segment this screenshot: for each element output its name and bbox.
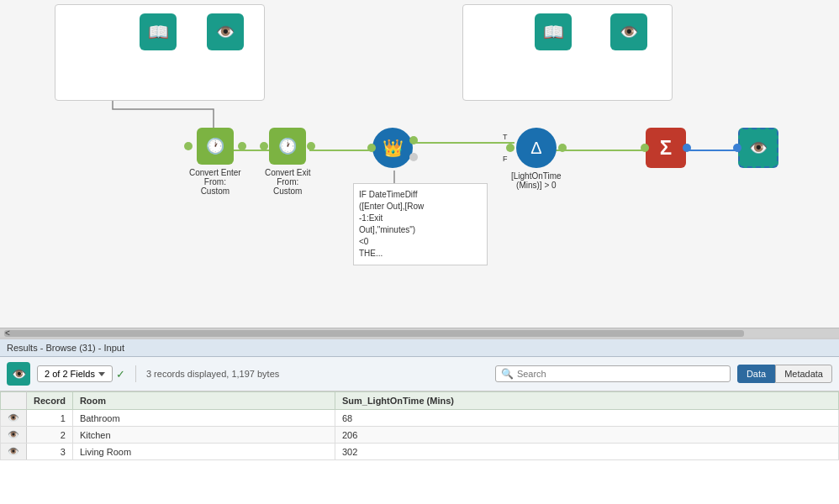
svg-text:T: T xyxy=(503,133,508,141)
book1-node[interactable]: 📖 xyxy=(140,13,177,50)
row-room: Living Room xyxy=(72,444,335,460)
results-title: Results - Browse (31) - Input xyxy=(7,343,124,353)
svg-text:F: F xyxy=(503,155,508,163)
convert-enter-node[interactable]: 🕐 Convert EnterFrom:Custom xyxy=(189,128,241,196)
book2-node[interactable]: 📖 xyxy=(535,13,572,50)
table-header-row: Record Room Sum_LightOnTime (Mins) xyxy=(1,392,839,410)
scroll-left-arrow[interactable]: < xyxy=(2,328,13,338)
results-table: Record Room Sum_LightOnTime (Mins) 👁️ 1 … xyxy=(0,391,839,460)
tab-data[interactable]: Data xyxy=(737,365,775,383)
fields-dropdown-button[interactable]: 2 of 2 Fields xyxy=(37,365,113,382)
canvas-horizontal-scrollbar[interactable]: < xyxy=(0,328,839,338)
row-num: 2 xyxy=(27,427,73,444)
table-row: 👁️ 3 Living Room 302 xyxy=(1,444,839,460)
table-row: 👁️ 1 Bathroom 68 xyxy=(1,410,839,427)
bino1-node[interactable]: 👁️ xyxy=(207,13,244,50)
row-room: Kitchen xyxy=(72,427,335,444)
scrollbar-thumb[interactable] xyxy=(4,330,744,337)
col-value-header: Sum_LightOnTime (Mins) xyxy=(335,392,838,410)
sum-node[interactable]: Σ xyxy=(646,128,686,168)
row-num: 1 xyxy=(27,410,73,427)
fields-label: 2 of 2 Fields xyxy=(45,369,95,379)
convert-exit-label: Convert ExitFrom:Custom xyxy=(265,168,310,196)
row-icon-cell: 👁️ xyxy=(1,410,27,427)
records-info: 3 records displayed, 1,197 bytes xyxy=(146,369,488,379)
convert-exit-node[interactable]: 🕐 Convert ExitFrom:Custom xyxy=(265,128,310,196)
if-node[interactable]: 👑 xyxy=(372,128,413,168)
browse-node-selected[interactable]: 👁️ xyxy=(738,128,778,168)
tab-metadata[interactable]: Metadata xyxy=(775,365,832,383)
convert-enter-label: Convert EnterFrom:Custom xyxy=(189,168,241,196)
row-icon-cell: 👁️ xyxy=(1,427,27,444)
workflow-canvas: T F 📖 👁️ 📖 👁️ 🕐 Convert EnterFrom:Custom xyxy=(0,0,839,328)
row-value: 302 xyxy=(335,444,838,460)
dropdown-arrow-icon xyxy=(98,372,105,376)
if-tooltip: IF DateTimeDiff([Enter Out],[Row-1:ExitO… xyxy=(353,183,488,265)
search-input[interactable] xyxy=(517,369,725,379)
row-value: 68 xyxy=(335,410,838,427)
results-panel: Results - Browse (31) - Input 👁️ 2 of 2 … xyxy=(0,338,839,504)
results-table-container: Record Room Sum_LightOnTime (Mins) 👁️ 1 … xyxy=(0,391,839,504)
table-row: 👁️ 2 Kitchen 206 xyxy=(1,427,839,444)
tab-group: Data Metadata xyxy=(737,365,832,383)
toolbar-separator xyxy=(135,365,136,382)
search-icon: 🔍 xyxy=(501,368,514,380)
bino2-node[interactable]: 👁️ xyxy=(610,13,647,50)
row-room: Bathroom xyxy=(72,410,335,427)
fields-selector: 2 of 2 Fields ✓ xyxy=(37,365,125,382)
results-toolbar: 👁️ 2 of 2 Fields ✓ 3 records displayed, … xyxy=(0,357,839,391)
col-room-header: Room xyxy=(72,392,335,410)
confirm-fields-icon[interactable]: ✓ xyxy=(116,368,125,381)
top-right-box: 📖 👁️ xyxy=(462,4,673,101)
row-icon-cell: 👁️ xyxy=(1,444,27,460)
browse-icon: 👁️ xyxy=(12,367,26,381)
search-container: 🔍 xyxy=(495,365,731,382)
col-record-header: Record xyxy=(27,392,73,410)
filter-node[interactable]: Δ [LightOnTime(Mins)] > 0 xyxy=(511,128,562,190)
results-header: Results - Browse (31) - Input xyxy=(0,339,839,357)
top-left-box: 📖 👁️ xyxy=(55,4,265,101)
row-num: 3 xyxy=(27,444,73,460)
col-icon-header xyxy=(1,392,27,410)
row-value: 206 xyxy=(335,427,838,444)
filter-label: [LightOnTime(Mins)] > 0 xyxy=(511,171,562,190)
browse-icon-button[interactable]: 👁️ xyxy=(7,362,30,386)
